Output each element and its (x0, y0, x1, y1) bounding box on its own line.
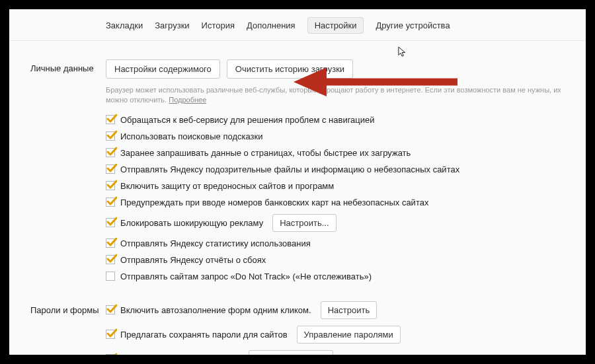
personal-label: Отправлять Яндексу подозрительные файлы … (120, 164, 459, 174)
passwords-inline-button[interactable]: Управление паролями (297, 326, 401, 344)
passwords-row: Предлагать сохранять пароли для сайтовУп… (106, 326, 566, 344)
settings-window: Закладки Загрузки История Дополнения Нас… (9, 9, 586, 355)
personal-row: Отправлять сайтам запрос «Do Not Track» … (106, 272, 566, 281)
personal-checkbox[interactable] (106, 198, 115, 207)
personal-checkbox[interactable] (106, 218, 115, 227)
passwords-inline-button[interactable]: Настроить (321, 301, 377, 319)
personal-label: Заранее запрашивать данные о страницах, … (120, 148, 411, 158)
tab-bookmarks[interactable]: Закладки (106, 20, 143, 30)
tab-addons[interactable]: Дополнения (247, 20, 296, 30)
clear-download-history-button[interactable]: Очистить историю загрузки (227, 59, 353, 79)
personal-row: Блокировать шокирующую рекламуНастроить.… (106, 214, 566, 232)
personal-label: Отправлять сайтам запрос «Do Not Track» … (120, 272, 372, 281)
passwords-checkbox[interactable] (106, 305, 115, 314)
personal-row: Заранее запрашивать данные о страницах, … (106, 148, 566, 158)
tab-settings[interactable]: Настройки (307, 17, 364, 34)
passwords-inline-button[interactable]: Очистить данные (249, 350, 333, 355)
personal-checkbox[interactable] (106, 148, 115, 157)
passwords-checkbox[interactable] (106, 354, 115, 355)
section-personal-data: Личные данные Настройки содержимого Очис… (9, 41, 586, 288)
section-title-personal: Личные данные (9, 59, 106, 288)
personal-checkbox[interactable] (106, 181, 115, 190)
personal-label: Использовать поисковые подсказки (120, 131, 263, 141)
web-services-hint: Браузер может использовать различные веб… (106, 85, 566, 106)
personal-checkbox[interactable] (106, 131, 115, 141)
personal-row: Отправлять Яндексу подозрительные файлы … (106, 164, 566, 174)
passwords-row: Включить автозаполнение форм одним клико… (106, 301, 566, 319)
tab-other-devices[interactable]: Другие устройства (376, 20, 450, 30)
personal-row: Включить защиту от вредоносных сайтов и … (106, 181, 566, 191)
hint-more-link[interactable]: Подробнее (169, 96, 206, 104)
personal-row: Предупреждать при вводе номеров банковск… (106, 198, 566, 207)
personal-checkbox[interactable] (106, 255, 115, 264)
passwords-row: Включить защиту от фишингаОчистить данны… (106, 350, 566, 355)
personal-label: Обращаться к веб-сервису для решения про… (120, 115, 375, 125)
passwords-label: Предлагать сохранять пароли для сайтов (120, 330, 288, 340)
personal-label: Отправлять Яндексу отчёты о сбоях (120, 255, 266, 265)
personal-row: Обращаться к веб-сервису для решения про… (106, 115, 566, 125)
personal-checkbox[interactable] (106, 238, 115, 248)
tab-downloads[interactable]: Загрузки (155, 20, 189, 30)
personal-label: Предупреждать при вводе номеров банковск… (120, 198, 428, 207)
tabs-bar: Закладки Загрузки История Дополнения Нас… (9, 9, 586, 41)
section-title-passwords: Пароли и формы (9, 301, 106, 355)
personal-checkbox[interactable] (106, 164, 115, 174)
passwords-label: Включить автозаполнение форм одним клико… (120, 305, 311, 315)
personal-checkbox[interactable] (106, 272, 115, 281)
passwords-checkbox[interactable] (106, 330, 115, 339)
personal-label: Включить защиту от вредоносных сайтов и … (120, 181, 334, 191)
passwords-label: Включить защиту от фишинга (120, 354, 239, 355)
tab-history[interactable]: История (202, 20, 235, 30)
personal-row: Отправлять Яндексу отчёты о сбоях (106, 255, 566, 265)
section-passwords-forms: Пароли и формы Включить автозаполнение ф… (9, 288, 586, 355)
personal-checkbox[interactable] (106, 115, 115, 124)
personal-row: Использовать поисковые подсказки (106, 131, 566, 141)
personal-label: Отправлять Яндексу статистику использова… (120, 238, 311, 248)
personal-row: Отправлять Яндексу статистику использова… (106, 238, 566, 248)
personal-inline-button[interactable]: Настроить... (272, 214, 336, 232)
content-settings-button[interactable]: Настройки содержимого (106, 59, 220, 79)
personal-label: Блокировать шокирующую рекламу (120, 218, 263, 228)
